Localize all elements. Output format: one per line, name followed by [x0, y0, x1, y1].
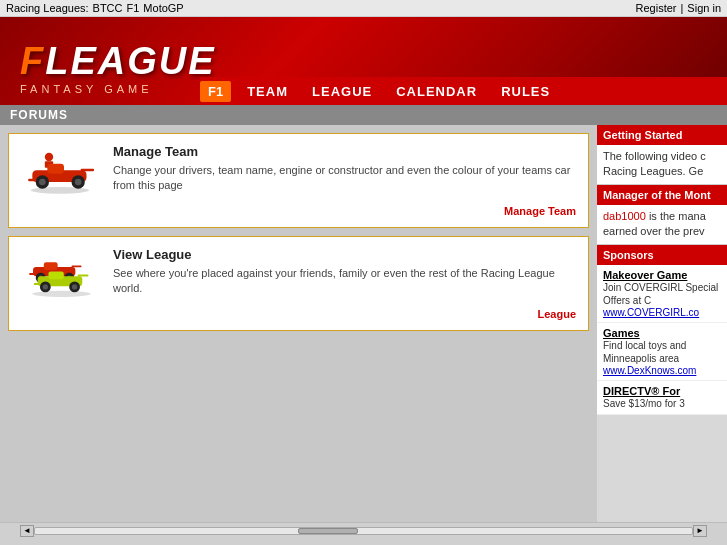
scrollbar-track[interactable]	[34, 527, 693, 535]
red-car-svg	[24, 147, 99, 197]
getting-started-body: The following video c Racing Leagues. Ge	[597, 145, 727, 185]
manage-team-title: Manage Team	[113, 144, 576, 159]
sponsors-header: Sponsors	[597, 245, 727, 265]
sponsor-link-1[interactable]: www.DexKnows.com	[603, 365, 721, 376]
top-bar-right: Register | Sign in	[636, 2, 721, 14]
scrollbar-area: ◄ ►	[0, 522, 727, 538]
manage-team-desc: Change your drivers, team name, engine o…	[113, 163, 576, 194]
racing-leagues-label: Racing Leagues:	[6, 2, 89, 14]
getting-started-text: The following video c Racing Leagues. Ge	[603, 150, 706, 177]
nav-bar: F1 TEAM LEAGUE CALENDAR RULES	[200, 77, 727, 105]
scroll-left-button[interactable]: ◄	[20, 525, 34, 537]
svg-rect-12	[43, 262, 57, 270]
getting-started-header: Getting Started	[597, 125, 727, 145]
sidebar: Getting Started The following video c Ra…	[597, 125, 727, 522]
manage-team-link[interactable]: Manage Team	[21, 205, 576, 217]
svg-rect-3	[47, 163, 64, 173]
svg-point-26	[71, 284, 76, 289]
scroll-right-button[interactable]: ►	[693, 525, 707, 537]
scrollbar-thumb[interactable]	[298, 528, 358, 534]
sponsor-title-0[interactable]: Makeover Game	[603, 269, 721, 281]
nav-team[interactable]: TEAM	[235, 84, 300, 99]
logo-subtitle: FANTASY GAME	[20, 83, 216, 95]
forums-label: FORUMS	[10, 108, 68, 122]
svg-point-9	[74, 178, 81, 185]
signin-link[interactable]: Sign in	[687, 2, 721, 14]
sponsor-title-2[interactable]: DIRECTV® For	[603, 385, 721, 397]
sponsor-desc-2: Save $13/mo for 3	[603, 397, 721, 410]
nav-calendar[interactable]: CALENDAR	[384, 84, 489, 99]
view-league-link[interactable]: League	[21, 308, 576, 320]
svg-rect-14	[71, 265, 81, 267]
svg-point-7	[39, 178, 46, 185]
nav-links: TEAM LEAGUE CALENDAR RULES	[235, 84, 562, 99]
top-bar-left: Racing Leagues: BTCC F1 MotoGP	[6, 2, 184, 14]
register-link[interactable]: Register	[636, 2, 677, 14]
svg-point-24	[42, 284, 47, 289]
manager-month-user[interactable]: dab1000	[603, 210, 646, 222]
nav-btcc[interactable]: BTCC	[93, 2, 123, 14]
sponsor-desc-0: Join COVERGIRL Special Offers at C	[603, 281, 721, 307]
svg-point-0	[44, 152, 52, 160]
logo: FLEAGUE	[20, 40, 216, 83]
view-league-text: View League See where you're placed agai…	[113, 247, 576, 297]
manager-month-section: Manager of the Mont dab1000 is the mana …	[597, 185, 727, 245]
view-league-title: View League	[113, 247, 576, 262]
forums-bar[interactable]: FORUMS	[0, 105, 727, 125]
sponsor-item-2: DIRECTV® For Save $13/mo for 3	[597, 381, 727, 415]
svg-rect-20	[48, 271, 63, 279]
logo-rest: LEAGUE	[45, 40, 215, 82]
sponsor-item-1: Games Find local toys and Minneapolis ar…	[597, 323, 727, 381]
f1-badge: F1	[200, 81, 231, 102]
sponsor-title-1[interactable]: Games	[603, 327, 721, 339]
logo-f-letter: F	[20, 40, 45, 82]
separator: |	[681, 2, 684, 14]
header-banner: FLEAGUE FANTASY GAME F1 TEAM LEAGUE CALE…	[0, 17, 727, 105]
sponsor-link-0[interactable]: www.COVERGIRL.co	[603, 307, 721, 318]
view-league-card: View League See where you're placed agai…	[8, 236, 589, 331]
nav-league[interactable]: LEAGUE	[300, 84, 384, 99]
svg-rect-5	[80, 168, 93, 171]
nav-motogp[interactable]: MotoGP	[143, 2, 183, 14]
manage-team-inner: Manage Team Change your drivers, team na…	[21, 144, 576, 199]
view-league-inner: View League See where you're placed agai…	[21, 247, 576, 302]
manager-month-body: dab1000 is the mana earned over the prev	[597, 205, 727, 245]
svg-rect-22	[77, 274, 88, 276]
nav-f1[interactable]: F1	[127, 2, 140, 14]
manage-team-icon	[21, 144, 101, 199]
multi-car-svg	[24, 250, 99, 300]
manager-month-header: Manager of the Mont	[597, 185, 727, 205]
sponsor-desc-1: Find local toys and Minneapolis area	[603, 339, 721, 365]
getting-started-section: Getting Started The following video c Ra…	[597, 125, 727, 185]
view-league-desc: See where you're placed against your fri…	[113, 266, 576, 297]
nav-rules[interactable]: RULES	[489, 84, 562, 99]
sponsors-section: Sponsors Makeover Game Join COVERGIRL Sp…	[597, 245, 727, 415]
svg-point-27	[32, 290, 90, 296]
view-league-icon	[21, 247, 101, 302]
manage-team-card: Manage Team Change your drivers, team na…	[8, 133, 589, 228]
svg-point-10	[30, 187, 88, 194]
content-area: Manage Team Change your drivers, team na…	[0, 125, 597, 522]
sponsor-item-0: Makeover Game Join COVERGIRL Special Off…	[597, 265, 727, 323]
top-bar: Racing Leagues: BTCC F1 MotoGP Register …	[0, 0, 727, 17]
manage-team-text: Manage Team Change your drivers, team na…	[113, 144, 576, 194]
main-layout: Manage Team Change your drivers, team na…	[0, 125, 727, 522]
